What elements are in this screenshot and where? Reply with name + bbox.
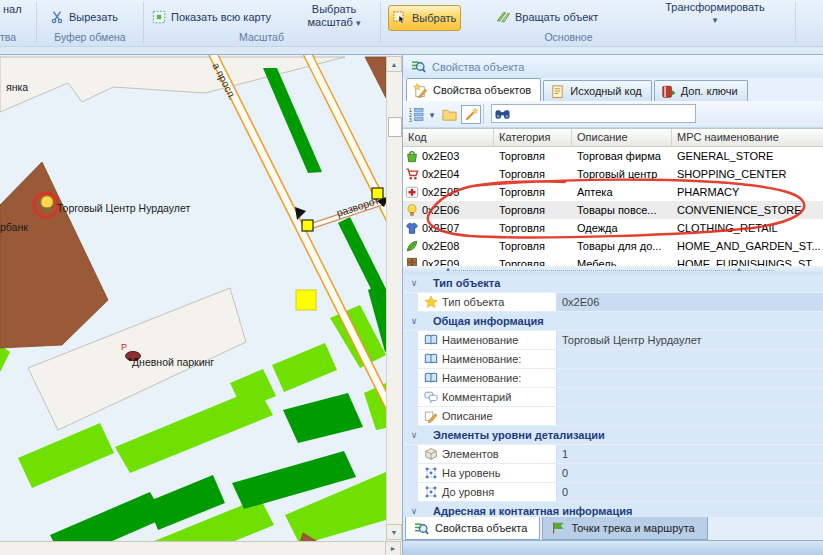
star-icon — [424, 295, 438, 309]
row-gutter — [403, 293, 418, 312]
lightbulb-icon — [405, 203, 419, 217]
property-value[interactable] — [557, 350, 823, 369]
book-icon — [424, 333, 438, 347]
rotate-object-button[interactable]: Вращать объект — [492, 6, 602, 28]
property-label: Описание — [418, 407, 557, 426]
shopping-bag-icon — [405, 149, 419, 163]
column-header-3[interactable]: MPC наименование — [672, 129, 823, 146]
property-value[interactable]: 1 — [557, 445, 823, 464]
column-header-0[interactable]: Код — [403, 129, 494, 146]
panel-splitter[interactable]: ▲ ▲ — [403, 266, 823, 274]
poi-lightbulb-icon[interactable] — [41, 196, 53, 208]
cell-category: Торговля — [494, 258, 572, 266]
section-header[interactable]: ∨Элементы уровни детализации — [403, 426, 823, 445]
cut-button[interactable]: Вырезать — [46, 6, 122, 28]
cell-category: Торговля — [494, 222, 572, 234]
search-input[interactable] — [514, 106, 696, 123]
map-canvas[interactable]: янкарбанкТорговый Центр НурдаулетДневной… — [0, 55, 386, 541]
table-row[interactable]: 0x2E05ТорговляАптекаPHARMACY — [403, 183, 823, 201]
cell-code: 0x2E09 — [403, 257, 494, 266]
properties-panel: Свойства объекта Свойства объектовИсходн… — [402, 55, 823, 555]
property-row: Комментарий — [403, 388, 823, 407]
column-header-1[interactable]: Категория — [494, 129, 572, 146]
list-numbered-button[interactable]: 123 — [406, 105, 426, 124]
select-cursor-icon — [393, 11, 407, 25]
map-yellow-polygon — [296, 290, 316, 310]
row-gutter — [403, 445, 418, 464]
shopping-cart-icon — [405, 167, 419, 181]
show-whole-map-button[interactable]: Показать всю карту — [148, 6, 275, 28]
magic-wand-button[interactable] — [461, 105, 481, 124]
property-label: Комментарий — [418, 388, 557, 407]
select-tool-button[interactable]: Выбрать — [388, 5, 461, 31]
table-row[interactable]: 0x2E06ТорговляТовары повсе...CONVENIENCE… — [403, 201, 823, 219]
cell-description: Мебель — [572, 258, 672, 266]
transform-dropdown[interactable]: Трансформировать ▾ — [640, 1, 790, 27]
property-value[interactable] — [557, 369, 823, 388]
table-row[interactable]: 0x2E09ТорговляМебельHOME_FURNISHINGS_ST.… — [403, 255, 823, 266]
property-value[interactable]: 0x2E06 — [557, 293, 823, 312]
chevron-expand-icon: ∨ — [403, 506, 425, 516]
cell-category: Торговля — [494, 240, 572, 252]
section-header[interactable]: ∨Общая информация — [403, 312, 823, 331]
property-label: До уровня — [418, 483, 557, 502]
bottom-tab-0[interactable]: Свойства объекта — [405, 517, 540, 540]
panel-tab-0[interactable]: Свойства объектов — [406, 78, 541, 101]
scroll-down-icon[interactable]: ▼ — [386, 524, 402, 540]
property-label: Наименование — [418, 331, 557, 350]
property-value[interactable]: 0 — [557, 464, 823, 483]
scroll-right-icon[interactable]: ► — [385, 541, 401, 555]
chevron-down-icon: ▾ — [430, 110, 435, 120]
table-body: 0x2E03ТорговляТорговая фирмаGENERAL_STOR… — [403, 147, 823, 266]
open-folder-button[interactable] — [439, 105, 459, 124]
property-value[interactable] — [557, 388, 823, 407]
cell-mpc: HOME_AND_GARDEN_ST... — [672, 240, 823, 252]
scrollbar-thumb[interactable] — [388, 117, 402, 137]
tab-source-icon — [550, 84, 565, 99]
row-gutter — [403, 407, 418, 426]
show-map-icon — [152, 10, 166, 24]
map-horizontal-scrollbar[interactable]: ► — [0, 541, 402, 555]
property-grid: ∨Тип объектаТип объекта0x2E06∨Общая инфо… — [403, 274, 823, 517]
group-label-main: Основное — [381, 31, 756, 43]
column-header-2[interactable]: Описание — [572, 129, 672, 146]
map-label-parking: Дневной паркинг — [132, 356, 214, 368]
property-row: До уровня0 — [403, 483, 823, 502]
map-svg: янкарбанкТорговый Центр НурдаулетДневной… — [0, 55, 386, 541]
property-value[interactable]: 0 — [557, 483, 823, 502]
box-icon — [424, 447, 438, 461]
map-vertical-scrollbar[interactable]: ▲ ▼ — [386, 55, 403, 541]
select-scale-dropdown[interactable]: Выбрать масштаб ▾ — [295, 3, 373, 30]
book-icon — [424, 352, 438, 366]
property-value[interactable]: Торговый Центр Нурдаулет — [557, 331, 823, 350]
section-header[interactable]: ∨Адресная и контактная информация — [403, 502, 823, 517]
cell-code: 0x2E06 — [403, 203, 494, 217]
table-row[interactable]: 0x2E08ТорговляТовары для до...HOME_AND_G… — [403, 237, 823, 255]
cell-mpc: HOME_FURNISHINGS_ST... — [672, 258, 823, 266]
table-row[interactable]: 0x2E07ТорговляОдеждаCLOTHING_RETAIL — [403, 219, 823, 237]
row-gutter — [403, 464, 418, 483]
properties-search-icon — [414, 521, 429, 536]
table-row[interactable]: 0x2E03ТорговляТорговая фирмаGENERAL_STOR… — [403, 147, 823, 165]
row-gutter — [403, 331, 418, 350]
cell-category: Торговля — [494, 168, 572, 180]
scroll-up-icon[interactable]: ▲ — [386, 56, 402, 72]
cell-code: 0x2E07 — [403, 221, 494, 235]
bottom-tab-1[interactable]: Точки трека и маршрута — [542, 517, 707, 540]
section-header[interactable]: ∨Тип объекта — [403, 274, 823, 293]
table-row[interactable]: 0x2E04ТорговляТорговый центрSHOPPING_CEN… — [403, 165, 823, 183]
wand-icon — [464, 107, 479, 122]
toolbar-separator — [483, 104, 484, 124]
chevron-expand-icon: ∨ — [403, 430, 425, 440]
property-row: На уровень0 — [403, 464, 823, 483]
panel-tab-2[interactable]: Доп. ключи — [654, 80, 748, 101]
property-row: Описание — [403, 407, 823, 426]
selection-handle[interactable] — [302, 220, 313, 231]
cell-code: 0x2E08 — [403, 239, 494, 253]
property-value[interactable] — [557, 407, 823, 426]
panel-tab-1[interactable]: Исходный код — [543, 80, 652, 101]
pencil-icon — [424, 409, 438, 423]
list-options-dropdown[interactable]: ▾ — [426, 105, 438, 124]
panel-tab-bar: Свойства объектовИсходный кодДоп. ключи — [403, 78, 823, 101]
table-header[interactable]: КодКатегорияОписаниеMPC наименование — [403, 129, 823, 147]
